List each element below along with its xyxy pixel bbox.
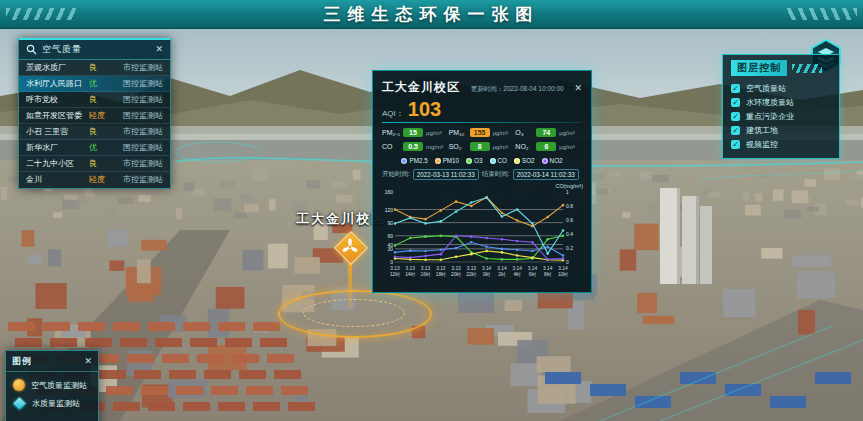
layer-panel-frame: 图层控制 ✓ 空气质量站 ✓ 水环境质量站 ✓ 重点污染企业 ✓ 建筑工地 ✓ …	[722, 54, 840, 159]
layer-panel-titlebar: 图层控制	[731, 60, 831, 76]
pollutant-value-badge: 0.5	[403, 142, 423, 151]
station-name: 金川	[26, 174, 89, 185]
time-range-row: 开始时间: 2022-03-13 11:02:33 结束时间: 2022-03-…	[373, 166, 591, 182]
pollutant-label: SO₂	[449, 143, 467, 150]
svg-text:1: 1	[566, 189, 569, 195]
close-icon[interactable]: ✕	[574, 84, 582, 93]
legend-series-name: PM10	[443, 157, 459, 164]
checkbox-checked-icon[interactable]: ✓	[731, 140, 740, 149]
legend-dot-icon	[490, 158, 496, 164]
svg-text:30: 30	[387, 246, 393, 252]
legend-series-name: CO	[498, 157, 507, 164]
legend-item-label: 空气质量监测站	[31, 380, 87, 391]
pollutant-label: PM₂.₅	[382, 129, 400, 136]
legend-dot-icon	[435, 158, 441, 164]
svg-text:160: 160	[385, 189, 394, 195]
svg-text:0.6: 0.6	[566, 217, 573, 223]
map-legend-panel: 图例 ✕ 空气质量监测站 水质量监测站	[5, 350, 99, 421]
station-type: 国控监测站	[111, 78, 163, 89]
layer-item[interactable]: ✓ 重点污染企业	[731, 109, 831, 123]
station-row[interactable]: 如意开发区管委 轻度 国控监测站	[19, 108, 170, 124]
close-icon[interactable]: ✕	[155, 45, 163, 54]
svg-text:3.144时: 3.144时	[513, 266, 523, 277]
checkbox-checked-icon[interactable]: ✓	[731, 112, 740, 121]
pollutant-cell: PM₁₀ 155 μg/m³	[449, 128, 516, 137]
pollutant-label: CO	[382, 143, 400, 150]
station-row[interactable]: 景观水质厂 良 市控监测站	[19, 60, 170, 76]
fan-glyph-icon	[339, 236, 361, 258]
station-list: 景观水质厂 良 市控监测站 水利厅人民路口 优 国控监测站 呼市党校 良 国控监…	[19, 60, 170, 187]
station-type: 国控监测站	[111, 110, 163, 121]
svg-text:3.1322时: 3.1322时	[466, 266, 476, 277]
layer-item[interactable]: ✓ 空气质量站	[731, 81, 831, 95]
layer-item[interactable]: ✓ 建筑工地	[731, 123, 831, 137]
chart-legend-item[interactable]: NO2	[542, 157, 563, 164]
start-time-input[interactable]: 2022-03-13 11:02:33	[413, 169, 479, 180]
svg-text:3.1314时: 3.1314时	[405, 266, 415, 277]
checkbox-checked-icon[interactable]: ✓	[731, 84, 740, 93]
app-header: 三维生态环保一张图	[0, 0, 863, 29]
pollutant-unit: μg/m³	[559, 144, 574, 150]
layer-item[interactable]: ✓ 视频监控	[731, 137, 831, 151]
chart-legend-item[interactable]: PM2.5	[401, 157, 427, 164]
station-row[interactable]: 金川 轻度 市控监测站	[19, 172, 170, 187]
pollutant-label: O₃	[515, 129, 533, 136]
layer-control-panel: 图层控制 ✓ 空气质量站 ✓ 水环境质量站 ✓ 重点污染企业 ✓ 建筑工地 ✓ …	[722, 54, 840, 159]
svg-text:0.4: 0.4	[566, 231, 573, 237]
station-type: 市控监测站	[111, 174, 163, 185]
checkbox-checked-icon[interactable]: ✓	[731, 126, 740, 135]
station-aqi-level: 良	[89, 62, 111, 73]
station-row[interactable]: 二十九中小区 良 市控监测站	[19, 156, 170, 172]
legend-dot-icon	[401, 158, 407, 164]
station-name: 新华水厂	[26, 142, 89, 153]
svg-text:3.146时: 3.146时	[528, 266, 538, 277]
svg-text:3.1312时: 3.1312时	[390, 266, 400, 277]
station-type: 国控监测站	[111, 142, 163, 153]
legend-series-name: NO2	[550, 157, 563, 164]
legend-series-name: O3	[474, 157, 482, 164]
chart-legend-item[interactable]: O3	[466, 157, 482, 164]
layer-panel-title: 图层控制	[731, 60, 787, 76]
pollutant-value-badge: 155	[470, 128, 490, 137]
station-row[interactable]: 呼市党校 良 国控监测站	[19, 92, 170, 108]
station-row[interactable]: 新华水厂 优 国控监测站	[19, 140, 170, 156]
station-aqi-level: 轻度	[89, 110, 111, 121]
popup-header: 工大金川校区 更新时间：2022-08-04 10:00:00 ✕	[373, 71, 591, 98]
station-row[interactable]: 水利厅人民路口 优 国控监测站	[19, 76, 170, 92]
pollutant-value-badge: 15	[403, 128, 423, 137]
aqi-readout: AQI： 103	[373, 98, 591, 120]
pollutant-cell: O₃ 74 μg/m³	[515, 128, 582, 137]
pollutant-unit: μg/m³	[493, 130, 508, 136]
pollutant-label: PM₁₀	[449, 129, 467, 136]
end-time-input[interactable]: 2022-03-14 11:02:33	[513, 169, 579, 180]
close-icon[interactable]: ✕	[84, 357, 92, 366]
chart-legend-item[interactable]: CO	[490, 157, 507, 164]
trend-chart: CO(mg/m³)16012090604030010.80.60.40.203.…	[373, 182, 591, 292]
layer-label: 重点污染企业	[746, 111, 794, 122]
search-icon[interactable]	[26, 44, 37, 55]
chart-legend-item[interactable]: SO2	[514, 157, 535, 164]
station-name: 小召 三里营	[26, 126, 89, 137]
station-detail-popup: 工大金川校区 更新时间：2022-08-04 10:00:00 ✕ AQI： 1…	[372, 70, 592, 293]
chart-legend-item[interactable]: PM10	[435, 157, 459, 164]
pollutant-value-badge: 8	[470, 142, 490, 151]
station-name: 水利厅人民路口	[26, 78, 89, 89]
legend-title: 图例	[12, 355, 32, 368]
station-row[interactable]: 小召 三里营 良 市控监测站	[19, 124, 170, 140]
start-time-label: 开始时间:	[382, 170, 410, 179]
title-stripes	[792, 64, 822, 73]
station-panel-title: 空气质量	[42, 43, 82, 56]
svg-text:0: 0	[390, 259, 393, 265]
layer-item[interactable]: ✓ 水环境质量站	[731, 95, 831, 109]
checkbox-checked-icon[interactable]: ✓	[731, 98, 740, 107]
legend-marker-icon	[13, 379, 25, 391]
pollutant-unit: mg/m³	[426, 144, 443, 150]
pollutant-cell: PM₂.₅ 15 μg/m³	[382, 128, 449, 137]
station-name: 呼市党校	[26, 94, 89, 105]
layer-list: ✓ 空气质量站 ✓ 水环境质量站 ✓ 重点污染企业 ✓ 建筑工地 ✓ 视频监控	[731, 81, 831, 151]
svg-text:3.142时: 3.142时	[497, 266, 507, 277]
legend-series-name: PM2.5	[409, 157, 427, 164]
station-type: 市控监测站	[111, 126, 163, 137]
legend-item: 空气质量监测站	[6, 372, 98, 391]
page-title: 三维生态环保一张图	[324, 3, 540, 26]
